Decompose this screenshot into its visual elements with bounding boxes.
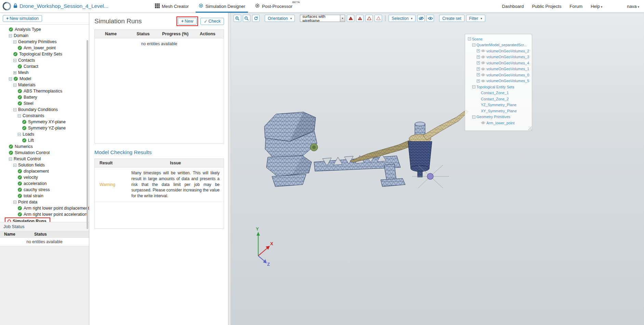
sidebar-tree-item[interactable]: ✓ Arm_lower_point [0, 45, 89, 51]
sidebar-tree-item[interactable]: − Result Control [0, 156, 89, 162]
sidebar-tree-item[interactable]: − Boundary Conditions [0, 107, 89, 113]
drone-body[interactable] [264, 112, 318, 187]
tree-toggle-icon[interactable]: + [477, 49, 480, 52]
hide-selection-button[interactable] [417, 15, 425, 22]
scene-tree-item[interactable]: + volumeOnGeoVolumes_4 [465, 60, 532, 66]
tree-toggle-icon[interactable]: − [9, 158, 12, 161]
nav-link-forum[interactable]: Forum [569, 4, 582, 9]
tree-toggle-icon[interactable]: − [18, 114, 21, 117]
scene-tree-item[interactable]: + volumeOnGeoVolumes_5 [465, 78, 532, 84]
new-run-button[interactable]: +New [178, 18, 197, 25]
eye-icon[interactable] [481, 73, 485, 76]
sidebar-tree-item[interactable]: − Domain [0, 33, 89, 39]
tree-toggle-icon[interactable]: − [9, 34, 12, 37]
motor[interactable] [408, 122, 432, 177]
tab-mesh-creator[interactable]: Mesh Creator [150, 0, 194, 13]
eye-icon[interactable] [481, 121, 485, 124]
eye-icon[interactable] [481, 67, 485, 71]
scene-tree-item[interactable]: + volumeOnGeoVolumes_0 [465, 72, 532, 78]
sidebar-tree-item[interactable]: + Mesh [0, 70, 89, 76]
create-set-button[interactable]: Create set [439, 15, 464, 22]
eye-icon[interactable] [481, 49, 485, 52]
check-button[interactable]: ✓Check [200, 18, 224, 25]
sidebar-scrollbar[interactable] [87, 40, 88, 229]
sidebar-tree-item[interactable]: ✓ velocity [0, 174, 89, 180]
scene-tree-item[interactable]: + volumeOnGeoVolumes_3 [465, 54, 532, 60]
tree-toggle-icon[interactable]: − [13, 40, 16, 43]
render-points-button[interactable] [374, 15, 382, 22]
scene-tree-item[interactable]: Contact_Zone_1 [465, 90, 532, 96]
help-menu[interactable]: Help▾ [591, 4, 602, 9]
scene-tree-item[interactable]: − Geometry Primitives [465, 114, 532, 120]
tree-toggle-icon[interactable]: − [468, 37, 471, 40]
sidebar-tree-item[interactable]: − Point data [0, 199, 89, 205]
tree-toggle-icon[interactable]: − [472, 43, 475, 47]
selection-dropdown[interactable]: Selection▾ [389, 15, 416, 22]
project-title[interactable]: Drone_Workshop_Session_4_Level... [19, 3, 108, 9]
sidebar-tree-item[interactable]: ✓ cauchy stress [0, 187, 89, 193]
tree-toggle-icon[interactable]: + [13, 71, 16, 74]
scene-tree-item[interactable]: + volumeOnGeoVolumes_2 [465, 48, 532, 54]
user-menu[interactable]: nava▾ [627, 4, 639, 9]
sidebar-tree-item[interactable]: Simulation Runs [5, 217, 50, 222]
sidebar-tree-item[interactable]: ✓ Contact [0, 63, 89, 70]
refresh-view-button[interactable] [252, 15, 260, 22]
sidebar-tree-item[interactable]: ✓ ABS Thermoplastics [0, 88, 89, 94]
sidebar-tree-item[interactable]: ✓ total strain [0, 193, 89, 199]
scene-tree-item[interactable]: + volumeOnGeoVolumes_1 [465, 66, 532, 72]
render-wireframe-button[interactable] [365, 15, 373, 22]
sidebar-tree-item[interactable]: ✓ Numerics [0, 143, 89, 150]
tree-toggle-icon[interactable]: + [477, 67, 480, 71]
tree-toggle-icon[interactable]: + [477, 73, 480, 76]
render-surfaces-wireframe-button[interactable] [356, 15, 364, 22]
tree-toggle-icon[interactable]: − [18, 133, 21, 136]
scene-tree-item[interactable]: − Topological Entity Sets [465, 84, 532, 90]
sidebar-tree-item[interactable]: − Materials [0, 82, 89, 88]
sidebar-tree-item[interactable]: ✓ acceleration [0, 180, 89, 187]
tree-toggle-icon[interactable]: − [13, 201, 16, 204]
sidebar-tree-item[interactable]: ✓ Battery [0, 94, 89, 100]
render-mode-select[interactable]: surfaces with wireframe ▾ [300, 15, 345, 22]
tree-toggle-icon[interactable]: − [13, 84, 16, 87]
scene-tree-item[interactable]: − QuarterModel_separatedScr... [465, 42, 532, 48]
sidebar-tree-item[interactable]: ✓ Arm right lower point displacement [0, 205, 89, 211]
tree-toggle-icon[interactable]: − [13, 108, 16, 111]
render-surfaces-button[interactable] [347, 15, 354, 22]
drone-3d-model[interactable] [251, 95, 477, 204]
show-all-button[interactable] [426, 15, 434, 22]
eye-icon[interactable] [481, 55, 485, 59]
motor-bracket[interactable] [381, 164, 405, 187]
tree-toggle-icon[interactable]: + [477, 55, 480, 59]
tab-simulation-designer[interactable]: Simulation Designer [194, 0, 250, 13]
tree-toggle-icon[interactable]: + [477, 79, 480, 83]
tree-toggle-icon[interactable]: − [472, 115, 475, 118]
sidebar-tree-item[interactable]: ✓ Topological Entity Sets [0, 51, 89, 57]
scene-tree-item[interactable]: YZ_Symmetry_Plane [465, 102, 532, 108]
tree-toggle-icon[interactable]: − [13, 164, 16, 167]
scene-tree-item[interactable]: − Scene [465, 36, 532, 42]
sidebar-tree-item[interactable]: ✓ Lift [0, 137, 89, 143]
sidebar-tree-item[interactable]: − Constraints [0, 113, 89, 119]
filter-dropdown[interactable]: Filter▾ [466, 15, 485, 22]
sidebar-tree-item[interactable]: ✓ Symmetry YZ-plane [0, 125, 89, 131]
eye-icon[interactable] [481, 79, 485, 83]
simscale-logo-icon[interactable] [2, 1, 12, 11]
viewport-3d[interactable]: Orientation▾ surfaces with wireframe ▾ [231, 13, 644, 325]
orientation-dropdown[interactable]: Orientation▾ [265, 15, 295, 22]
sidebar-tree-item[interactable]: − Geometry Primitives [0, 39, 89, 45]
project-title-group[interactable]: Drone_Workshop_Session_4_Level... [13, 3, 126, 10]
sidebar-tree-item[interactable]: − ✓ Model [0, 76, 89, 82]
sidebar-tree-item[interactable]: − Solution fields [0, 162, 89, 168]
new-simulation-button[interactable]: +New simulation [3, 15, 42, 22]
sidebar-tree-item[interactable]: − Contacts [0, 57, 89, 63]
propeller-blade-right[interactable] [423, 110, 468, 140]
tab-post-processor[interactable]: Post-Processor BETA [250, 0, 297, 13]
sidebar-tree-item[interactable]: ✓ displacement [0, 168, 89, 174]
zoom-fit-button[interactable] [243, 15, 250, 22]
eye-icon[interactable] [481, 61, 485, 64]
tree-toggle-icon[interactable]: − [472, 85, 475, 88]
select-arrow-icon[interactable]: ▾ [340, 15, 345, 22]
scene-tree-item[interactable]: Arm_lower_point [465, 120, 532, 126]
sidebar-tree-item[interactable]: ✓ Steel [0, 100, 89, 107]
sidebar-tree-item[interactable]: ✓ Analysis Type [0, 26, 89, 33]
